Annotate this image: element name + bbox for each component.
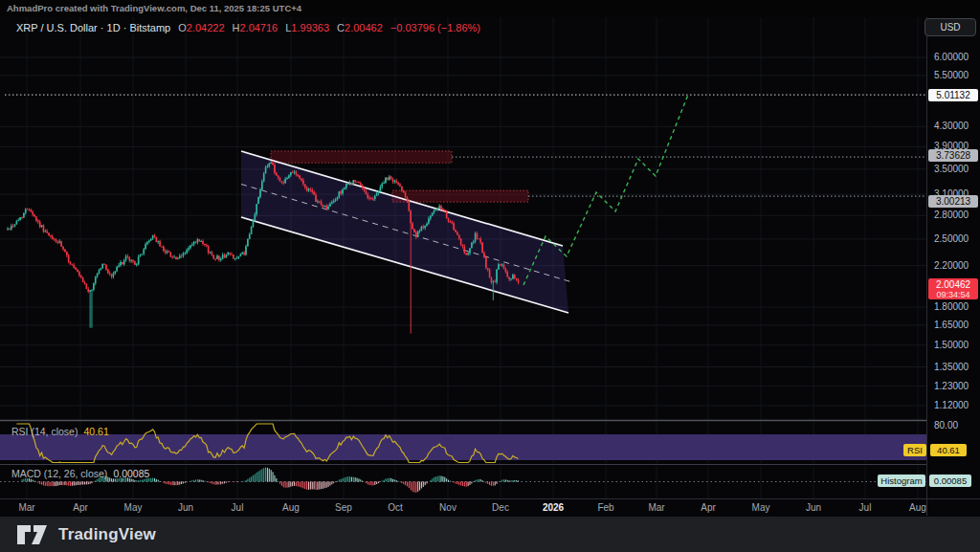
candle-body (27, 210, 29, 210)
symbol-title[interactable]: XRP / U.S. Dollar · 1D · Bitstamp (16, 22, 170, 33)
candle-body (333, 201, 335, 203)
macd-histogram-bar (294, 482, 295, 486)
candle-body (66, 252, 68, 255)
macd-histogram-bar (460, 482, 461, 486)
candle-body (438, 206, 440, 209)
time-tick-label: Jul (232, 502, 244, 513)
candle-body (150, 239, 152, 241)
time-tick-label: Mar (648, 502, 664, 513)
candle-body (39, 222, 41, 228)
macd-histogram-bar (376, 482, 377, 485)
candle-body (129, 257, 131, 261)
candle-body (64, 250, 66, 252)
macd-histogram-bar (258, 472, 259, 482)
price-tick-label: 3.50000 (934, 164, 969, 175)
symbol-legend[interactable]: XRP / U.S. Dollar · 1D · Bitstamp O2.042… (16, 20, 480, 34)
candle-body (323, 205, 324, 207)
candle-body (87, 289, 89, 292)
tradingview-logo-icon[interactable] (16, 523, 49, 546)
candle-body (9, 229, 11, 230)
candle-body (288, 175, 290, 178)
candle-body (113, 274, 115, 276)
candle-body (234, 258, 236, 259)
candle-body (57, 242, 59, 243)
candle-body (122, 262, 123, 264)
macd-histogram-bar (394, 479, 395, 481)
candle-body (58, 241, 60, 242)
candle-body (444, 210, 446, 210)
macd-histogram-bar (407, 482, 408, 487)
candle-body (86, 284, 88, 289)
candle-body (455, 230, 457, 232)
time-tick-label: Jun (806, 502, 821, 513)
candle-body (181, 256, 183, 257)
macd-histogram-bar (215, 482, 216, 485)
candle-body (145, 244, 146, 249)
candle-body (313, 192, 315, 195)
candle-body (107, 270, 109, 274)
candle-body (41, 225, 43, 227)
time-tick-label: Jun (178, 502, 193, 513)
macd-histogram-bar (259, 470, 260, 481)
macd-histogram-bar (144, 479, 145, 481)
candle-body (325, 206, 327, 210)
resistance-zone-box (271, 151, 452, 163)
macd-histogram-bar (405, 482, 406, 486)
price-tick-label: 1.50000 (934, 340, 969, 351)
candle-body (21, 217, 23, 218)
time-tick-label: May (124, 502, 143, 513)
macd-histogram-bar (301, 482, 301, 488)
candle-body (89, 290, 91, 292)
macd-histogram-bar (208, 482, 209, 483)
macd-histogram-bar (390, 478, 391, 482)
rsi-band (0, 434, 926, 460)
macd-histogram-bar (74, 482, 75, 486)
macd-histogram-bar (251, 476, 252, 481)
candle-body (458, 235, 460, 239)
footer-bar: TradingView (0, 517, 980, 552)
macd-histogram-bar (339, 479, 340, 481)
candle-body (512, 275, 514, 278)
candle-body (84, 282, 86, 284)
candle-body (304, 185, 306, 188)
candle-body (46, 232, 48, 233)
candle-body (489, 270, 491, 277)
candle-body (297, 174, 299, 175)
candle-body (157, 241, 159, 242)
macd-histogram-bar (245, 480, 246, 482)
macd-legend[interactable]: MACD (12, 26, close) 0.00085 (11, 468, 149, 479)
macd-histogram-bar (244, 481, 245, 482)
macd-histogram-bar (134, 480, 135, 482)
candle-body (451, 222, 453, 223)
macd-histogram-bar (285, 482, 286, 488)
low-value: 1.99363 (291, 22, 329, 33)
macd-histogram-bar (168, 482, 169, 485)
candle-body (154, 235, 156, 237)
candle-body (12, 226, 14, 227)
time-axis[interactable]: MarAprMayJunJulAugSepOctNovDec2026FebMar… (0, 499, 926, 516)
candle-body (475, 233, 477, 241)
candle-body (243, 253, 245, 254)
footer-brand-text[interactable]: TradingView (58, 525, 156, 544)
macd-histogram-bar (204, 481, 205, 482)
macd-histogram-bar (497, 482, 498, 484)
candle-body (105, 265, 107, 270)
macd-histogram-bar (360, 479, 361, 481)
rsi-legend[interactable]: RSI (14, close) 40.61 (11, 426, 109, 437)
candle-body (156, 237, 158, 242)
price-target-label: 5.01132 (928, 89, 978, 101)
candle-body (146, 242, 148, 244)
candle-body (485, 257, 487, 268)
macd-histogram-bar (448, 480, 449, 482)
macd-histogram-bar (255, 475, 256, 482)
candle-body (274, 165, 276, 173)
macd-histogram-bar (468, 482, 469, 487)
macd-histogram-bar (489, 482, 490, 486)
candle-body (367, 194, 368, 198)
price-tick-label: 1.23000 (934, 381, 969, 392)
candle-body (218, 255, 220, 260)
price-tick-label: 6.00000 (934, 52, 969, 63)
macd-histogram-bar (185, 482, 186, 483)
candle-body (68, 255, 70, 262)
candle-body (413, 229, 415, 232)
